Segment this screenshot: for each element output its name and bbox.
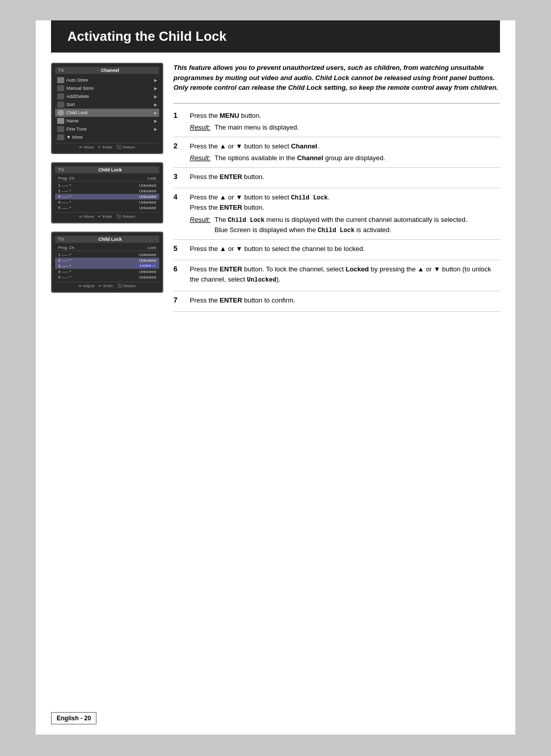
step-2: 2 Press the ▲ or ▼ button to select Chan… — [173, 137, 500, 168]
page: Activating the Child Lock TV Channel Aut… — [36, 20, 515, 735]
tv-screen-2-footer: ⇔ Move ↵ Enter ⬛ Return — [55, 212, 159, 219]
menu-item-add-delete: Add/Delete ▶ — [55, 92, 159, 100]
menu-item-sort: Sort ▶ — [55, 100, 159, 109]
page-footer: English - 20 — [51, 712, 96, 724]
book-icon — [57, 85, 64, 91]
menu-item-manual-store: Manual Store ▶ — [55, 84, 159, 92]
step-1: 1 Press the MENU button. Result: The mai… — [173, 107, 500, 137]
step-number-1: 1 — [173, 111, 182, 133]
table-row-locked: 3 ----- * Locked ◁ — [55, 263, 159, 269]
sort-icon — [57, 102, 64, 108]
tune-icon — [57, 126, 64, 132]
table-row: 2 ----- * Unlocked — [55, 258, 159, 263]
tv-table-3-header: Prog. Ch. Lock — [55, 245, 159, 251]
menu-item-fine-tune: Fine Tune ▶ — [55, 125, 159, 133]
menu-item-name: Name ▶ — [55, 117, 159, 125]
menu-item-auto-store: Auto Store ▶ — [55, 76, 159, 84]
step-5-content: Press the ▲ or ▼ button to select the ch… — [190, 244, 500, 256]
step-1-content: Press the MENU button. Result: The main … — [190, 111, 500, 133]
step-number-3: 3 — [173, 172, 182, 184]
step-number-5: 5 — [173, 244, 182, 256]
step-5: 5 Press the ▲ or ▼ button to select the … — [173, 240, 500, 261]
menu-item-child-lock: Child Lock ▶ — [55, 109, 159, 117]
lock-icon — [57, 110, 64, 116]
step-number-6: 6 — [173, 264, 182, 287]
table-row: 1 ----- * Unlocked — [55, 183, 159, 188]
table-row: 1 ----- * Unlocked — [55, 252, 159, 258]
more-icon — [57, 134, 64, 140]
table-row: 2 ----- * Unlocked — [55, 188, 159, 194]
antenna-icon — [57, 77, 64, 83]
steps-list: 1 Press the MENU button. Result: The mai… — [173, 107, 500, 312]
name-icon — [57, 118, 64, 124]
step-number-2: 2 — [173, 141, 182, 163]
tv-screen-3-header: TV Child Lock — [55, 236, 159, 243]
step-4-content: Press the ▲ or ▼ button to select Child … — [190, 192, 500, 235]
step-number-4: 4 — [173, 192, 182, 235]
table-row: 5 ----- * Unlocked — [55, 274, 159, 280]
tv-screen-3: TV Child Lock Prog. Ch. Lock 1 ----- * U… — [51, 232, 163, 293]
step-7: 7 Press the ENTER button to confirm. — [173, 291, 500, 312]
step-3-content: Press the ENTER button. — [190, 172, 500, 184]
step-number-7: 7 — [173, 295, 182, 308]
step-3: 3 Press the ENTER button. — [173, 168, 500, 189]
step-4: 4 Press the ▲ or ▼ button to select Chil… — [173, 188, 500, 240]
step-7-content: Press the ENTER button to confirm. — [190, 295, 500, 308]
menu-item-more: ▼ More — [55, 133, 159, 141]
table-row-selected: 3 ----- * Unlocked — [55, 194, 159, 199]
divider — [173, 103, 500, 104]
intro-paragraph: This feature allows you to prevent unaut… — [173, 63, 500, 93]
tv-screen-1-footer: ⇔ Move ↵ Enter ⬛ Return — [55, 143, 159, 150]
tv-screen-1-header: TV Channel — [55, 67, 159, 74]
tv-screen-2-header: TV Child Lock — [55, 166, 159, 173]
tv-screen-2: TV Child Lock Prog. Ch. Lock 1 ----- * U… — [51, 162, 163, 223]
page-title: Activating the Child Lock — [67, 29, 484, 44]
title-bar: Activating the Child Lock — [51, 20, 500, 53]
trash-icon — [57, 93, 64, 99]
table-row: 4 ----- * Unlocked — [55, 269, 159, 274]
tv-screen-3-footer: ⇔ Adjust ↵ Enter ⬛ Return — [55, 282, 159, 289]
instructions-column: This feature allows you to prevent unaut… — [173, 63, 500, 312]
tv-screens-column: TV Channel Auto Store ▶ Manual Store ▶ A… — [51, 63, 163, 312]
step-2-content: Press the ▲ or ▼ button to select Channe… — [190, 141, 500, 163]
tv-screen-1: TV Channel Auto Store ▶ Manual Store ▶ A… — [51, 63, 163, 154]
content-area: TV Channel Auto Store ▶ Manual Store ▶ A… — [36, 53, 515, 322]
step-6: 6 Press the ENTER button. To lock the ch… — [173, 260, 500, 291]
step-6-content: Press the ENTER button. To lock the chan… — [190, 264, 500, 287]
table-row: 5 ----- * Unlocked — [55, 205, 159, 211]
table-row: 4 ----- * Unlocked — [55, 199, 159, 205]
tv-table-2-header: Prog. Ch. Lock — [55, 175, 159, 182]
